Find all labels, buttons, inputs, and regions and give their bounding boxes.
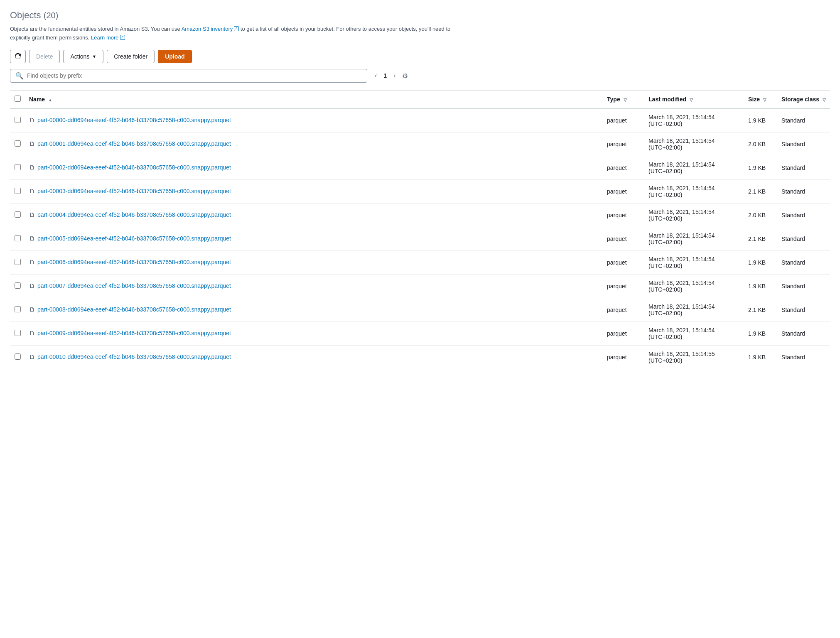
row-checkbox-7[interactable] <box>15 282 21 289</box>
file-type-5: parquet <box>603 227 644 250</box>
file-size-1: 2.0 KB <box>744 132 777 156</box>
delete-button[interactable]: Delete <box>29 50 60 63</box>
file-name-7: part-00007-dd0694ea-eeef-4f52-b046-b3370… <box>37 282 231 290</box>
prev-page-button[interactable]: ‹ <box>372 70 379 81</box>
external-link-icon-1 <box>234 26 239 31</box>
file-link-1[interactable]: 🗋part-00001-dd0694ea-eeef-4f52-b046-b337… <box>29 140 599 148</box>
file-size-6: 1.9 KB <box>744 250 777 274</box>
storage-class-4: Standard <box>777 203 830 227</box>
file-link-10[interactable]: 🗋part-00010-dd0694ea-eeef-4f52-b046-b337… <box>29 353 599 361</box>
last-modified-8: March 18, 2021, 15:14:54(UTC+02:00) <box>644 298 744 321</box>
page-description: Objects are the fundamental entities sto… <box>10 25 467 42</box>
storage-class-5: Standard <box>777 227 830 250</box>
storage-class-9: Standard <box>777 321 830 345</box>
col-header-last-modified[interactable]: Last modified ▽ <box>644 90 744 108</box>
file-type-6: parquet <box>603 250 644 274</box>
file-link-6[interactable]: 🗋part-00006-dd0694ea-eeef-4f52-b046-b337… <box>29 258 599 267</box>
next-page-button[interactable]: › <box>391 70 398 81</box>
file-type-0: parquet <box>603 108 644 133</box>
page-title: Objects (20) <box>10 10 830 21</box>
row-checkbox-0[interactable] <box>15 117 21 123</box>
row-checkbox-10[interactable] <box>15 353 21 360</box>
file-size-3: 2.1 KB <box>744 179 777 203</box>
col-header-storage-class[interactable]: Storage class ▽ <box>777 90 830 108</box>
current-page: 1 <box>381 72 389 79</box>
refresh-button[interactable] <box>10 50 26 63</box>
pagination-bar: ‹ 1 › ⚙ <box>372 70 410 81</box>
file-link-9[interactable]: 🗋part-00009-dd0694ea-eeef-4f52-b046-b337… <box>29 329 599 338</box>
file-size-4: 2.0 KB <box>744 203 777 227</box>
file-type-7: parquet <box>603 274 644 298</box>
search-bar: 🔍 <box>10 69 367 83</box>
row-checkbox-2[interactable] <box>15 164 21 170</box>
file-icon-2: 🗋 <box>29 164 35 171</box>
last-modified-4: March 18, 2021, 15:14:54(UTC+02:00) <box>644 203 744 227</box>
s3-inventory-link[interactable]: Amazon S3 inventory <box>182 26 233 32</box>
size-sort-icon: ▽ <box>763 98 766 102</box>
file-icon-5: 🗋 <box>29 235 35 242</box>
table-row: 🗋part-00006-dd0694ea-eeef-4f52-b046-b337… <box>10 250 830 274</box>
file-link-4[interactable]: 🗋part-00004-dd0694ea-eeef-4f52-b046-b337… <box>29 211 599 219</box>
file-link-8[interactable]: 🗋part-00008-dd0694ea-eeef-4f52-b046-b337… <box>29 305 599 314</box>
search-input[interactable] <box>27 72 362 79</box>
last-modified-5: March 18, 2021, 15:14:54(UTC+02:00) <box>644 227 744 250</box>
storage-class-3: Standard <box>777 179 830 203</box>
table-row: 🗋part-00001-dd0694ea-eeef-4f52-b046-b337… <box>10 132 830 156</box>
storage-class-10: Standard <box>777 345 830 369</box>
file-icon-9: 🗋 <box>29 330 35 336</box>
search-row: 🔍 ‹ 1 › ⚙ <box>10 69 830 83</box>
storage-class-0: Standard <box>777 108 830 133</box>
file-size-9: 1.9 KB <box>744 321 777 345</box>
file-link-0[interactable]: 🗋part-00000-dd0694ea-eeef-4f52-b046-b337… <box>29 116 599 125</box>
file-type-4: parquet <box>603 203 644 227</box>
row-checkbox-9[interactable] <box>15 330 21 336</box>
file-link-7[interactable]: 🗋part-00007-dd0694ea-eeef-4f52-b046-b337… <box>29 282 599 290</box>
col-header-size[interactable]: Size ▽ <box>744 90 777 108</box>
file-size-8: 2.1 KB <box>744 298 777 321</box>
file-size-0: 1.9 KB <box>744 108 777 133</box>
learn-more-link[interactable]: Learn more <box>91 34 118 41</box>
row-checkbox-8[interactable] <box>15 306 21 312</box>
file-name-10: part-00010-dd0694ea-eeef-4f52-b046-b3370… <box>37 353 231 361</box>
refresh-icon <box>15 53 21 60</box>
actions-button[interactable]: Actions ▼ <box>63 50 103 63</box>
table-settings-button[interactable]: ⚙ <box>400 70 410 81</box>
file-size-2: 1.9 KB <box>744 156 777 179</box>
file-icon-1: 🗋 <box>29 140 35 147</box>
search-icon: 🔍 <box>15 72 24 80</box>
storage-class-2: Standard <box>777 156 830 179</box>
table-row: 🗋part-00003-dd0694ea-eeef-4f52-b046-b337… <box>10 179 830 203</box>
storage-class-1: Standard <box>777 132 830 156</box>
file-type-8: parquet <box>603 298 644 321</box>
last-modified-7: March 18, 2021, 15:14:54(UTC+02:00) <box>644 274 744 298</box>
row-checkbox-1[interactable] <box>15 140 21 147</box>
table-row: 🗋part-00004-dd0694ea-eeef-4f52-b046-b337… <box>10 203 830 227</box>
file-icon-6: 🗋 <box>29 259 35 265</box>
file-type-10: parquet <box>603 345 644 369</box>
select-all-checkbox[interactable] <box>15 96 21 102</box>
table-row: 🗋part-00007-dd0694ea-eeef-4f52-b046-b337… <box>10 274 830 298</box>
file-link-2[interactable]: 🗋part-00002-dd0694ea-eeef-4f52-b046-b337… <box>29 163 599 172</box>
file-type-2: parquet <box>603 156 644 179</box>
file-link-5[interactable]: 🗋part-00005-dd0694ea-eeef-4f52-b046-b337… <box>29 234 599 243</box>
table-row: 🗋part-00010-dd0694ea-eeef-4f52-b046-b337… <box>10 345 830 369</box>
col-header-name[interactable]: Name ▲ <box>25 90 603 108</box>
row-checkbox-5[interactable] <box>15 235 21 241</box>
upload-button[interactable]: Upload <box>158 50 192 63</box>
row-checkbox-3[interactable] <box>15 188 21 194</box>
storage-sort-icon: ▽ <box>823 98 826 102</box>
toolbar: Delete Actions ▼ Create folder Upload <box>10 50 830 63</box>
file-icon-8: 🗋 <box>29 306 35 313</box>
last-modified-10: March 18, 2021, 15:14:55(UTC+02:00) <box>644 345 744 369</box>
col-header-type[interactable]: Type ▽ <box>603 90 644 108</box>
external-link-icon-2 <box>120 35 125 40</box>
file-name-8: part-00008-dd0694ea-eeef-4f52-b046-b3370… <box>37 305 231 314</box>
file-link-3[interactable]: 🗋part-00003-dd0694ea-eeef-4f52-b046-b337… <box>29 187 599 196</box>
row-checkbox-6[interactable] <box>15 259 21 265</box>
file-type-9: parquet <box>603 321 644 345</box>
file-type-1: parquet <box>603 132 644 156</box>
row-checkbox-4[interactable] <box>15 211 21 218</box>
type-sort-icon: ▽ <box>624 98 627 102</box>
last-modified-1: March 18, 2021, 15:14:54(UTC+02:00) <box>644 132 744 156</box>
create-folder-button[interactable]: Create folder <box>107 50 155 63</box>
